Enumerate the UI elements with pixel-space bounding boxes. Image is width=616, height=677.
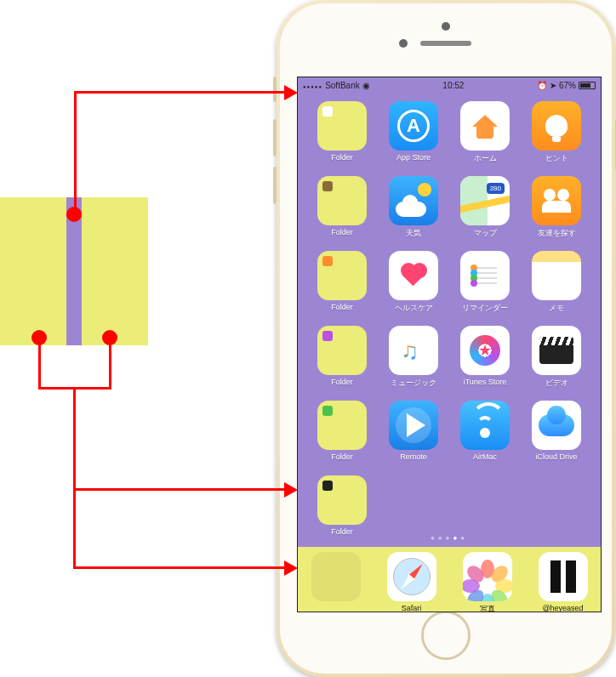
dockfolder-icon[interactable]	[311, 552, 361, 601]
app-reminders-2-2[interactable]: リマインダー	[459, 251, 511, 314]
app-weather-1-1[interactable]: 天気	[387, 176, 440, 239]
dock-label: 写真	[480, 604, 495, 612]
app-label: ビデオ	[545, 378, 568, 389]
home-button[interactable]	[421, 611, 471, 660]
status-bar: SoftBank ◉ 10:52 ⏰ ➤ 67%	[298, 77, 601, 93]
app-friends-1-3[interactable]: 友達を探す	[530, 176, 583, 239]
arrow2-h	[73, 488, 284, 491]
home-screen-grid[interactable]: FolderAApp StoreホームヒントFolder天気マップ友達を探すFo…	[298, 101, 601, 547]
phone-frame: SoftBank ◉ 10:52 ⏰ ➤ 67% FolderAApp Stor…	[280, 3, 612, 674]
reminders-icon[interactable]	[460, 251, 510, 300]
dock[interactable]: Safari写真@heyeased	[298, 547, 601, 612]
app-label: Remote	[400, 452, 427, 461]
alarm-icon: ⏰	[537, 81, 547, 90]
arrow2-vleft	[38, 338, 41, 389]
app-folder-1-0[interactable]: Folder	[316, 176, 368, 236]
app-folder-5-0[interactable]: Folder	[316, 475, 368, 536]
airmac-icon[interactable]	[460, 401, 510, 450]
wifi-icon: ◉	[362, 81, 370, 90]
app-remote-4-1[interactable]: Remote	[387, 401, 440, 461]
signal-dots-icon	[303, 81, 322, 90]
arrow3-h	[73, 566, 284, 569]
app-folder-3-0[interactable]: Folder	[316, 326, 368, 386]
arrow1-h	[74, 91, 284, 94]
health-icon[interactable]	[389, 251, 438, 300]
icloud-icon[interactable]	[532, 401, 581, 450]
app-tips-0-3[interactable]: ヒント	[530, 101, 583, 164]
phone-screen: SoftBank ◉ 10:52 ⏰ ➤ 67% FolderAApp Stor…	[297, 77, 602, 612]
page-indicator[interactable]: ●●●●●	[298, 534, 601, 542]
dock-app-heyeased[interactable]: @heyeased	[537, 552, 590, 612]
app-label: ヒント	[545, 153, 568, 164]
node-top	[66, 207, 82, 222]
app-videos-3-3[interactable]: ビデオ	[530, 326, 583, 389]
carrier-label: SoftBank	[325, 81, 360, 90]
dock-app-photos[interactable]: 写真	[461, 552, 514, 612]
itunes-icon[interactable]	[460, 326, 510, 375]
tips-icon[interactable]	[532, 101, 581, 151]
app-label: メモ	[549, 303, 564, 314]
folder-icon[interactable]	[317, 101, 367, 151]
app-label: リマインダー	[462, 303, 508, 314]
videos-icon[interactable]	[532, 326, 581, 375]
app-home-0-2[interactable]: ホーム	[459, 101, 511, 164]
app-itunes-3-2[interactable]: iTunes Store	[459, 326, 511, 386]
clock: 10:52	[442, 81, 464, 90]
arrow1-head	[284, 85, 298, 100]
app-label: ヘルスケア	[395, 303, 433, 314]
heyeased-icon[interactable]	[539, 552, 588, 601]
appstore-icon[interactable]: A	[389, 101, 438, 151]
notes-icon[interactable]	[532, 251, 581, 300]
volume-up-button	[273, 119, 277, 156]
app-appstore-0-1[interactable]: AApp Store	[387, 101, 440, 162]
app-folder-2-0[interactable]: Folder	[316, 251, 368, 311]
app-label: Folder	[331, 303, 353, 311]
app-label: iTunes Store	[464, 378, 507, 386]
app-folder-4-0[interactable]: Folder	[316, 401, 368, 461]
folder-icon[interactable]	[317, 475, 367, 525]
proximity-sensor	[442, 22, 450, 31]
app-label: iCloud Drive	[535, 452, 577, 461]
app-label: マップ	[474, 228, 497, 239]
mute-switch	[273, 77, 277, 102]
app-airmac-4-2[interactable]: AirMac	[459, 401, 511, 461]
folder-icon[interactable]	[317, 251, 367, 300]
app-label: 友達を探す	[538, 228, 576, 239]
home-icon[interactable]	[460, 101, 510, 151]
arrow2-vdown	[73, 387, 76, 489]
app-icloud-4-3[interactable]: iCloud Drive	[530, 401, 583, 461]
friends-icon[interactable]	[532, 176, 581, 225]
remote-icon[interactable]	[389, 401, 438, 450]
weather-icon[interactable]	[389, 176, 438, 225]
app-label: 天気	[406, 228, 421, 239]
app-label: Folder	[331, 228, 353, 236]
photos-icon[interactable]	[463, 552, 512, 601]
app-notes-2-3[interactable]: メモ	[530, 251, 583, 314]
app-maps-1-2[interactable]: マップ	[459, 176, 511, 239]
folder-icon[interactable]	[317, 176, 367, 225]
dock-label: @heyeased	[542, 604, 583, 612]
app-health-2-1[interactable]: ヘルスケア	[387, 251, 440, 314]
dock-app-safari[interactable]: Safari	[385, 552, 438, 612]
app-label: Folder	[331, 452, 353, 461]
arrow1-v	[74, 91, 77, 214]
music-icon[interactable]	[389, 326, 438, 375]
battery-pct: 67%	[559, 81, 576, 90]
app-label: ホーム	[474, 153, 497, 164]
folder-icon[interactable]	[317, 326, 367, 375]
dock-label: Safari	[402, 604, 422, 612]
node-bottom-right	[102, 330, 117, 345]
folder-icon[interactable]	[317, 401, 367, 450]
safari-icon[interactable]	[387, 552, 436, 601]
app-folder-0-0[interactable]: Folder	[316, 101, 368, 162]
arrow3-v	[73, 488, 76, 568]
front-camera	[399, 39, 408, 48]
app-music-3-1[interactable]: ミュージック	[387, 326, 440, 389]
dock-app-dockfolder[interactable]	[310, 552, 362, 604]
app-label: App Store	[396, 153, 431, 162]
maps-icon[interactable]	[460, 176, 510, 225]
iphone-device: SoftBank ◉ 10:52 ⏰ ➤ 67% FolderAApp Stor…	[277, 0, 615, 677]
app-label: Folder	[331, 153, 353, 162]
battery-icon	[579, 82, 596, 89]
app-label: Folder	[331, 378, 353, 386]
